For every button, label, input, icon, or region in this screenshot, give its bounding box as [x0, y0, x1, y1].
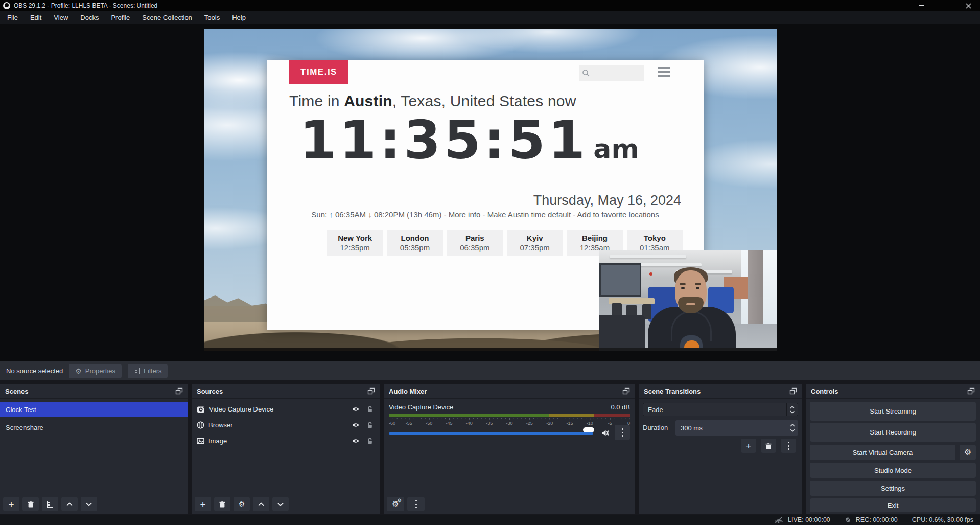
popout-icon[interactable]	[175, 387, 183, 395]
city-box: London05:35pm	[387, 230, 442, 256]
scene-filters-button[interactable]	[42, 497, 58, 511]
filters-icon	[47, 501, 53, 508]
gear-icon: ⚙	[75, 368, 82, 375]
maximize-icon	[943, 4, 947, 8]
volume-slider[interactable]	[389, 432, 593, 435]
start-streaming-button[interactable]: Start Streaming	[810, 402, 976, 421]
menu-docks[interactable]: Docks	[74, 11, 105, 24]
speaker-icon[interactable]	[601, 429, 610, 437]
source-item-video-capture[interactable]: Video Capture Device	[192, 402, 380, 417]
mixer-menu-button[interactable]	[407, 497, 425, 511]
status-bar: LIVE: 00:00:00 REC: 00:00:00 CPU: 0.6%, …	[0, 515, 980, 525]
volume-slider-handle[interactable]	[583, 427, 594, 432]
digital-clock: 11:35:51 am	[299, 111, 639, 169]
filters-icon	[134, 368, 140, 374]
menu-file[interactable]: File	[1, 11, 24, 24]
menu-scene-collection[interactable]: Scene Collection	[136, 11, 198, 24]
chevron-down-icon[interactable]	[790, 429, 795, 432]
chevron-up-icon[interactable]	[790, 424, 795, 427]
add-favorite-link: Add to favorite locations	[577, 210, 659, 219]
title-bar: OBS 29.1.2 - Profile: LLHLS BETA - Scene…	[0, 0, 980, 11]
kebab-menu-icon	[622, 428, 623, 438]
start-recording-button[interactable]: Start Recording	[810, 423, 976, 442]
move-source-up-button[interactable]	[253, 497, 269, 511]
properties-button[interactable]: ⚙ Properties	[69, 364, 122, 378]
maximize-button[interactable]	[933, 0, 956, 11]
ceiling-light	[610, 255, 686, 258]
mixer-channel-menu-button[interactable]	[615, 425, 630, 440]
chevron-down-icon	[277, 502, 284, 506]
lock-icon[interactable]	[367, 406, 373, 413]
remove-source-button[interactable]	[214, 497, 230, 511]
lock-icon[interactable]	[367, 438, 373, 444]
scene-item-screenshare[interactable]: Screenshare	[0, 420, 188, 435]
advanced-audio-button[interactable]: ⚙	[387, 497, 404, 511]
lock-icon[interactable]	[367, 422, 373, 428]
mixer-title: Audio Mixer	[389, 387, 427, 395]
source-properties-button[interactable]: ⚙	[234, 497, 250, 511]
chevron-up-icon[interactable]	[790, 406, 795, 409]
remove-transition-button[interactable]	[761, 439, 776, 453]
meter-tick-labels: -60 -55 -50 -45 -40 -35 -30 -25 -20 -15 …	[389, 420, 630, 426]
preview-workspace: TIME.IS Time in Austin, Texas, United St…	[0, 24, 980, 361]
menu-tools[interactable]: Tools	[198, 11, 226, 24]
transition-menu-button[interactable]	[781, 439, 796, 453]
visibility-eye-icon[interactable]	[352, 422, 360, 428]
scene-transitions-panel: Scene Transitions Fade Duration 300 ms +	[639, 384, 802, 514]
controls-header: Controls	[806, 384, 980, 399]
source-item-image[interactable]: Image	[192, 433, 380, 448]
person-eyebrow	[680, 283, 686, 285]
search-input	[590, 70, 639, 77]
popout-icon[interactable]	[367, 387, 375, 395]
combo-spinner	[786, 403, 798, 416]
popout-icon[interactable]	[789, 387, 797, 395]
duration-spinbox[interactable]: 300 ms	[675, 420, 798, 436]
popout-icon[interactable]	[622, 387, 630, 395]
menu-edit[interactable]: Edit	[24, 11, 48, 24]
sources-title: Sources	[197, 387, 223, 395]
hamburger-menu-icon	[658, 67, 670, 77]
scenes-header: Scenes	[0, 384, 188, 399]
virtual-camera-settings-button[interactable]: ⚙	[960, 445, 976, 460]
menu-profile[interactable]: Profile	[105, 11, 136, 24]
chevron-down-icon[interactable]	[790, 410, 795, 414]
preview-canvas[interactable]: TIME.IS Time in Austin, Texas, United St…	[204, 29, 777, 351]
add-source-button[interactable]: +	[195, 497, 211, 511]
minimize-button[interactable]	[909, 0, 933, 11]
move-scene-down-button[interactable]	[81, 497, 97, 511]
webcam-source[interactable]	[599, 250, 777, 351]
clock-meridiem: am	[593, 133, 639, 169]
filters-button[interactable]: Filters	[128, 364, 168, 378]
webcam-exit-light	[649, 272, 652, 276]
scene-item-clock-test[interactable]: Clock Test	[0, 402, 188, 417]
menu-help[interactable]: Help	[226, 11, 252, 24]
source-item-browser[interactable]: Browser	[192, 418, 380, 432]
mixer-header: Audio Mixer	[384, 384, 635, 399]
camera-icon	[197, 406, 205, 413]
mixer-channel-name: Video Capture Device	[389, 403, 453, 411]
visibility-eye-icon[interactable]	[352, 438, 360, 444]
remove-scene-button[interactable]	[22, 497, 39, 511]
scenes-toolbar: +	[3, 497, 97, 511]
popout-icon[interactable]	[967, 387, 975, 395]
chevron-down-icon	[86, 502, 92, 506]
transition-select[interactable]: Fade	[643, 403, 798, 416]
start-virtual-camera-button[interactable]: Start Virtual Camera	[810, 445, 955, 460]
menu-view[interactable]: View	[48, 11, 74, 24]
close-button[interactable]	[956, 0, 980, 11]
exit-button[interactable]: Exit	[810, 498, 976, 512]
person-mouth	[686, 303, 695, 305]
settings-button[interactable]: Settings	[810, 481, 976, 496]
add-scene-button[interactable]: +	[3, 497, 19, 511]
move-scene-up-button[interactable]	[61, 497, 78, 511]
gear-icon: ⚙	[964, 448, 971, 456]
ceiling-light	[635, 263, 702, 266]
move-source-down-button[interactable]	[272, 497, 289, 511]
person-eye	[681, 287, 685, 289]
mixer-toolbar: ⚙	[387, 497, 425, 511]
add-transition-button[interactable]: +	[741, 439, 756, 453]
sources-panel: Sources Video Capture Device Browser	[192, 384, 380, 514]
studio-mode-button[interactable]: Studio Mode	[810, 463, 976, 478]
transitions-header: Scene Transitions	[639, 384, 802, 399]
visibility-eye-icon[interactable]	[352, 406, 360, 412]
